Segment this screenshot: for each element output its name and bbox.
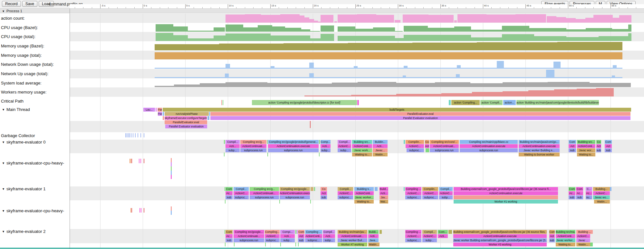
trace-span[interactable]: Compiling src/main/cpp/blaze.cc — [460, 140, 518, 144]
collapse-arrow-icon[interactable]: ▼ — [2, 108, 6, 111]
trace-span[interactable] — [297, 230, 298, 234]
trace-span[interactable]: Waitin... — [373, 153, 388, 156]
trace-span[interactable]: Javac wo... — [593, 195, 610, 199]
event-tick[interactable] — [144, 208, 144, 213]
track-label-skyframe-evaluator-cpu-heavy-1[interactable]: ▼skyframe-evaluator-cpu-heavy- — [2, 161, 64, 165]
trace-span[interactable] — [319, 153, 320, 156]
trace-span[interactable]: ActionContinuation.execute — [453, 234, 547, 238]
trace-span[interactable]: Compiling src/core/... — [430, 140, 459, 144]
trace-span[interactable] — [375, 187, 378, 191]
collapse-arrow-icon[interactable]: ▼ — [2, 141, 6, 144]
event-tick[interactable] — [128, 133, 129, 137]
trace-span[interactable]: Building s... — [354, 187, 374, 191]
trace-span[interactable]: Compilin... — [406, 140, 424, 144]
trace-span[interactable]: Ac... — [226, 234, 233, 238]
trace-span[interactable]: Co — [596, 140, 601, 144]
event-tick[interactable] — [131, 208, 132, 213]
trace-span[interactable] — [298, 243, 299, 246]
trace-span[interactable] — [225, 200, 226, 204]
trace-span[interactable]: Act — [605, 144, 612, 148]
trace-span[interactable]: ActionContinuation.execute — [268, 144, 319, 148]
save-button[interactable]: Save — [22, 1, 37, 7]
trace-span[interactable]: Building external/com_google_protobuf/ja… — [454, 187, 558, 191]
trace-span[interactable]: Co — [321, 187, 327, 191]
trace-span[interactable]: sub — [298, 238, 304, 242]
trace-span[interactable] — [279, 200, 280, 204]
trace-span[interactable]: sub — [321, 195, 327, 199]
process-header[interactable]: ▼Process 1 — [0, 8, 644, 13]
trace-span[interactable]: C... — [586, 187, 592, 191]
trace-span[interactable] — [267, 140, 268, 144]
trace-span[interactable]: Waiting to... — [577, 153, 595, 156]
trace-span[interactable]: subproc... — [234, 195, 249, 199]
trace-span[interactable]: ActionC... — [338, 191, 353, 195]
trace-span[interactable]: Acti... — [321, 144, 331, 148]
trace-span[interactable]: Lau... — [143, 108, 155, 112]
trace-span[interactable]: subprocess.run — [430, 148, 459, 152]
trace-span[interactable]: Javac wor... — [577, 148, 595, 152]
trace-span[interactable]: Com — [226, 230, 233, 234]
trace-span[interactable] — [223, 100, 223, 105]
trace-span[interactable] — [221, 100, 222, 105]
trace-span[interactable]: Compiling src/g... — [250, 187, 279, 191]
trace-span[interactable]: Act — [298, 234, 304, 238]
trace-span[interactable]: subp... — [338, 148, 351, 152]
trace-span[interactable]: Javac worker Buil... — [338, 238, 367, 242]
trace-span[interactable]: skyframeExecutor.configureTargets — [165, 116, 207, 120]
trace-span[interactable]: subprocess.run — [234, 238, 264, 242]
trace-span[interactable]: ActionContinuati... — [338, 234, 367, 238]
trace-span[interactable]: ActionContinuati... — [234, 234, 264, 238]
trace-span[interactable]: Javac worker... — [556, 238, 575, 242]
trace-span[interactable]: Compiling ... — [405, 230, 421, 234]
event-tick[interactable] — [139, 159, 139, 163]
trace-span[interactable]: ActionC... — [422, 191, 438, 195]
event-tick[interactable] — [310, 121, 311, 128]
trace-span[interactable]: ActionC... — [405, 191, 421, 195]
trace-span[interactable]: subproc... — [305, 238, 322, 242]
trace-span[interactable]: Building src... — [577, 140, 595, 144]
trace-span[interactable]: sub — [226, 195, 233, 199]
trace-span[interactable] — [157, 108, 157, 112]
trace-span[interactable]: Com — [569, 140, 576, 144]
trace-span[interactable]: Comp... — [321, 140, 331, 144]
trace-span[interactable]: action 'Compiling src/google/protobuf/de… — [252, 100, 357, 105]
trace-span[interactable]: Building src/main/java/com/go... — [519, 140, 560, 144]
trace-span[interactable]: ActionContinuation.execute — [460, 144, 518, 148]
trace-span[interactable]: Compiling src/google... — [234, 230, 264, 234]
trace-span[interactable]: Com — [576, 187, 583, 191]
trace-span[interactable]: Waiting to borrow worker — [519, 153, 560, 156]
trace-span[interactable]: ActionConti... — [352, 144, 372, 148]
trace-span[interactable]: sub — [576, 195, 583, 199]
event-tick[interactable] — [135, 133, 136, 137]
trace-span[interactable]: subproc... — [405, 195, 421, 199]
trace-span[interactable]: Javac worker Building external/com_googl… — [453, 238, 547, 242]
timeline-ruler[interactable]: -5 s0 s5 s10 s15 s20 s25 s30 s35 s40 s45… — [70, 4, 644, 8]
trace-span[interactable]: Buildi... — [368, 230, 379, 234]
trace-span[interactable]: ActionC... — [406, 144, 424, 148]
trace-span[interactable] — [380, 230, 382, 234]
trace-span[interactable]: ActionC... — [422, 234, 437, 238]
trace-span[interactable]: ActionContinuation.execute — [280, 191, 310, 195]
trace-span[interactable]: Buildin... — [373, 140, 388, 144]
trace-span[interactable]: subproc... — [407, 148, 424, 152]
trace-span[interactable]: Waitin... — [368, 243, 380, 246]
event-tick[interactable] — [144, 133, 144, 137]
trace-span[interactable]: Compil... — [338, 140, 351, 144]
trace-span[interactable] — [224, 153, 225, 156]
trace-span[interactable]: Par — [158, 112, 162, 116]
event-tick[interactable] — [130, 208, 131, 213]
trace-span[interactable] — [225, 230, 225, 234]
trace-span[interactable] — [295, 230, 296, 234]
event-tick[interactable] — [129, 133, 130, 137]
trace-span[interactable]: subprocess.run — [280, 195, 310, 199]
trace-span[interactable]: sub — [596, 148, 601, 152]
trace-span[interactable]: Co — [425, 140, 429, 144]
trace-span[interactable]: Javac... — [373, 148, 388, 152]
trace-span[interactable]: Building src/ma... — [556, 230, 575, 234]
trace-span[interactable]: Acti... — [226, 144, 240, 148]
trace-span[interactable]: Compil... — [422, 230, 437, 234]
trace-span[interactable]: subp... — [439, 195, 453, 199]
trace-span[interactable]: Waitin... — [576, 243, 590, 246]
trace-span[interactable] — [404, 187, 405, 191]
trace-span[interactable]: Build... — [380, 187, 388, 191]
